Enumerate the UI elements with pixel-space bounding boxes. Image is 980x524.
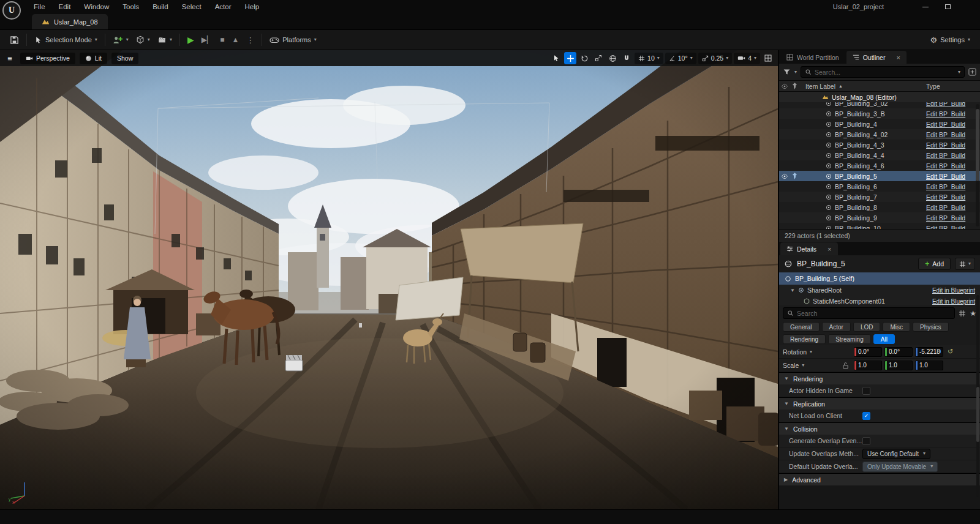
section-rendering[interactable]: ▼ Rendering (779, 372, 980, 384)
rotate-tool-button[interactable] (578, 52, 590, 64)
tab-details[interactable]: Details × (780, 242, 838, 255)
blueprints-dropdown[interactable]: ▾ (132, 34, 154, 46)
section-collision[interactable]: ▼ Collision (779, 422, 980, 435)
component-row-self[interactable]: BP_Building_5 (Self) (779, 272, 980, 285)
details-search-input[interactable] (797, 310, 951, 317)
menu-actor[interactable]: Actor (208, 0, 238, 13)
edit-in-blueprint-link[interactable]: Edit in Blueprint (932, 287, 975, 294)
outliner-settings-icon[interactable] (968, 68, 976, 76)
menu-window[interactable]: Window (77, 0, 116, 13)
filter-general[interactable]: General (783, 322, 820, 332)
update-overlaps-dropdown[interactable]: Use Config Default ▾ (862, 449, 930, 459)
column-item-label[interactable]: Item Label▲ (799, 83, 926, 90)
play-button[interactable]: ▶ (184, 34, 198, 46)
filter-lod[interactable]: LOD (853, 322, 881, 332)
menu-select[interactable]: Select (175, 0, 208, 13)
menu-edit[interactable]: Edit (52, 0, 78, 13)
rotation-z-field[interactable] (918, 348, 943, 355)
section-replication[interactable]: ▼ Replication (779, 397, 980, 410)
section-advanced[interactable]: ▶ Advanced (779, 473, 980, 485)
chevron-down-icon[interactable]: ▾ (794, 70, 797, 75)
select-tool-button[interactable] (550, 52, 562, 64)
save-button[interactable] (6, 34, 23, 47)
perspective-dropdown[interactable]: Perspective (20, 53, 75, 64)
generate-overlap-checkbox[interactable] (862, 437, 870, 445)
maximize-icon[interactable] (945, 4, 951, 9)
display-options-icon[interactable] (959, 310, 966, 317)
play-options-button[interactable]: ⋮ (243, 34, 258, 46)
details-scrollbar[interactable] (976, 295, 979, 497)
scale-z-field[interactable] (918, 362, 943, 369)
chevron-down-icon[interactable]: ▾ (958, 70, 960, 75)
eject-button[interactable]: ▲ (228, 34, 243, 45)
maximize-viewport-button[interactable] (762, 52, 774, 64)
rotation-dropdown[interactable]: Rotation ▾ (783, 348, 837, 356)
selection-mode-dropdown[interactable]: Selection Mode ▾ (31, 34, 101, 46)
outliner-search-input[interactable] (815, 69, 955, 76)
edit-in-blueprint-link[interactable]: Edit in Blueprint (932, 298, 975, 305)
close-icon[interactable]: × (827, 245, 831, 253)
settings-dropdown[interactable]: ⚙ Settings ▾ (927, 34, 974, 47)
unreal-logo[interactable]: U (2, 1, 21, 20)
outliner-row[interactable]: BP_Building_8 Edit BP_Build (779, 202, 980, 212)
rotation-x-field[interactable] (856, 348, 881, 355)
minimize-icon[interactable] (922, 7, 929, 7)
lit-mode-dropdown[interactable]: Lit (80, 53, 107, 64)
menu-file[interactable]: File (27, 0, 52, 13)
show-dropdown[interactable]: Show (111, 53, 138, 64)
outliner-row[interactable]: BP_Building_6 Edit BP_Build (779, 181, 980, 192)
outliner-row[interactable]: BP_Building_4_3 Edit BP_Build (779, 140, 980, 150)
favorites-star-icon[interactable]: ★ (970, 309, 976, 318)
outliner-row[interactable]: BP_Building_9 Edit BP_Build (779, 212, 980, 223)
component-row-staticmesh[interactable]: StaticMeshComponent01 Edit in Blueprint (779, 296, 980, 305)
rotation-snap-toggle[interactable]: 10° ▾ (665, 53, 696, 64)
chevron-down-icon[interactable]: ▼ (790, 288, 795, 293)
frame-skip-button[interactable]: ▶▏ (198, 34, 216, 45)
rotation-y-field[interactable] (887, 348, 912, 355)
world-space-toggle[interactable] (606, 52, 619, 64)
filter-misc[interactable]: Misc (883, 322, 910, 332)
scale-dropdown[interactable]: Scale ▾ (783, 362, 837, 369)
camera-speed-button[interactable]: 4 ▾ (734, 53, 760, 64)
filter-rendering[interactable]: Rendering (783, 334, 826, 344)
outliner-row[interactable]: BP_Building_4_6 Edit BP_Build (779, 160, 980, 171)
filter-funnel-icon[interactable] (783, 68, 791, 76)
platforms-dropdown[interactable]: Platforms ▾ (266, 34, 320, 46)
tab-world-partition[interactable]: World Partition (780, 51, 845, 64)
visibility-column-eye-icon[interactable] (779, 83, 790, 89)
outliner-tree[interactable]: Uslar_Map_08 (Editor) BP_Building_3_02 E… (779, 92, 980, 229)
viewport-scene[interactable] (0, 50, 778, 509)
outliner-row[interactable]: BP_Building_4_02 Edit BP_Build (779, 129, 980, 140)
filter-streaming[interactable]: Streaming (828, 334, 871, 344)
tab-level[interactable]: Uslar_Map_08 (32, 14, 108, 29)
column-type[interactable]: Type (926, 83, 980, 90)
stop-button[interactable]: ■ (216, 34, 228, 45)
eye-icon[interactable] (779, 173, 790, 179)
outliner-row[interactable]: BP_Building_4_4 Edit BP_Build (779, 150, 980, 160)
close-icon[interactable]: × (896, 54, 900, 61)
scale-x-field[interactable] (856, 362, 881, 369)
outliner-row[interactable]: BP_Building_4 Edit BP_Build (779, 119, 980, 129)
details-view-options-button[interactable]: ▾ (955, 258, 975, 270)
grid-snap-toggle[interactable]: 10 ▾ (635, 53, 663, 64)
move-tool-button[interactable] (564, 52, 576, 64)
outliner-row-root[interactable]: Uslar_Map_08 (Editor) (779, 92, 980, 102)
reset-to-default-icon[interactable]: ↺ (948, 348, 953, 356)
filter-physics[interactable]: Physics (913, 322, 948, 332)
pin-column-icon[interactable] (790, 83, 799, 89)
menu-build[interactable]: Build (146, 0, 175, 13)
menu-tools[interactable]: Tools (116, 0, 146, 13)
outliner-row[interactable]: BP_Building_3_B Edit BP_Build (779, 108, 980, 119)
filter-all[interactable]: All (873, 334, 895, 344)
scale-tool-button[interactable] (592, 52, 605, 64)
cinematics-dropdown[interactable]: ▾ (154, 34, 176, 46)
actor-hidden-checkbox[interactable] (862, 387, 870, 395)
quick-add-dropdown[interactable]: ▾ (109, 34, 132, 47)
scale-y-field[interactable] (887, 362, 912, 369)
outliner-row[interactable]: BP_Building_7 Edit BP_Build (779, 192, 980, 202)
filter-actor[interactable]: Actor (822, 322, 851, 332)
add-component-button[interactable]: + Add (918, 258, 951, 270)
outliner-row-selected[interactable]: BP_Building_5 Edit BP_Build (779, 171, 980, 181)
level-viewport[interactable]: ≡ Perspective Lit Show (0, 50, 778, 509)
surface-snap-toggle[interactable] (620, 52, 633, 64)
